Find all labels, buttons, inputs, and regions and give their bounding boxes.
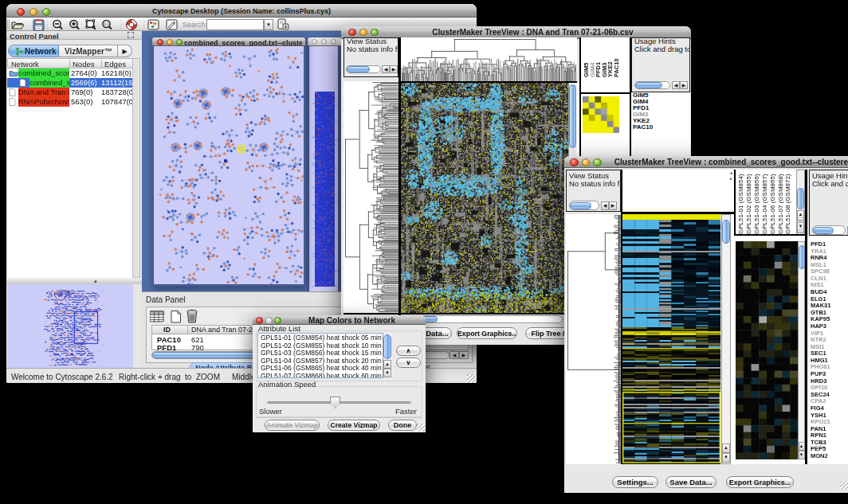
svg-text:1:1: 1:1	[104, 22, 109, 26]
